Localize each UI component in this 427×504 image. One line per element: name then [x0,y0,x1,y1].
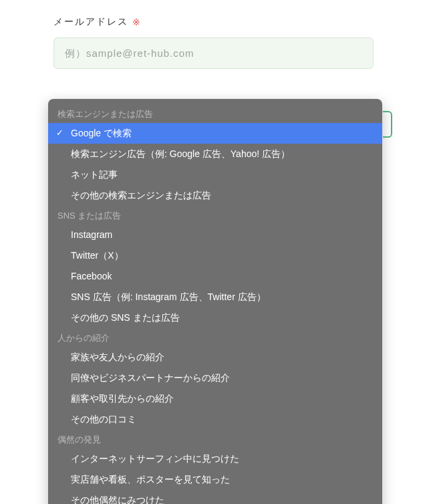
option-group-label: 人からの紹介 [48,328,382,347]
dropdown-option[interactable]: 家族や友人からの紹介 [48,347,382,368]
option-group-label: SNS または広告 [48,206,382,225]
select-outline [383,111,392,138]
referral-dropdown[interactable]: 検索エンジンまたは広告Google で検索検索エンジン広告（例: Google … [48,99,382,504]
dropdown-option[interactable]: ネット記事 [48,164,382,185]
dropdown-option[interactable]: その他の口コミ [48,409,382,430]
email-label-row: メールアドレス ※ [53,16,374,28]
dropdown-option[interactable]: その他偶然にみつけた [48,490,382,504]
referral-section [0,69,427,101]
dropdown-option[interactable]: Google で検索 [48,123,382,144]
dropdown-option[interactable]: 同僚やビジネスパートナーからの紹介 [48,368,382,388]
dropdown-option[interactable]: インターネットサーフィン中に見つけた [48,449,382,469]
dropdown-option[interactable]: Instagram [48,225,382,245]
dropdown-option[interactable]: その他の SNS または広告 [48,307,382,328]
dropdown-option[interactable]: SNS 広告（例: Instagram 広告、Twitter 広告） [48,287,382,307]
option-group-label: 偶然の発見 [48,430,382,449]
dropdown-option[interactable]: その他の検索エンジンまたは広告 [48,185,382,206]
dropdown-option[interactable]: Twitter（X） [48,245,382,266]
option-group-label: 検索エンジンまたは広告 [48,104,382,123]
dropdown-wrapper: 検索エンジンまたは広告Google で検索検索エンジン広告（例: Google … [48,99,387,504]
email-input[interactable] [53,37,374,69]
required-mark: ※ [132,17,142,27]
email-field-section: メールアドレス ※ [0,0,427,69]
dropdown-option[interactable]: 顧客や取引先からの紹介 [48,388,382,409]
dropdown-option[interactable]: Facebook [48,266,382,287]
dropdown-option[interactable]: 検索エンジン広告（例: Google 広告、Yahoo! 広告） [48,144,382,164]
email-label: メールアドレス [53,16,128,28]
dropdown-option[interactable]: 実店舗や看板、ポスターを見て知った [48,469,382,490]
